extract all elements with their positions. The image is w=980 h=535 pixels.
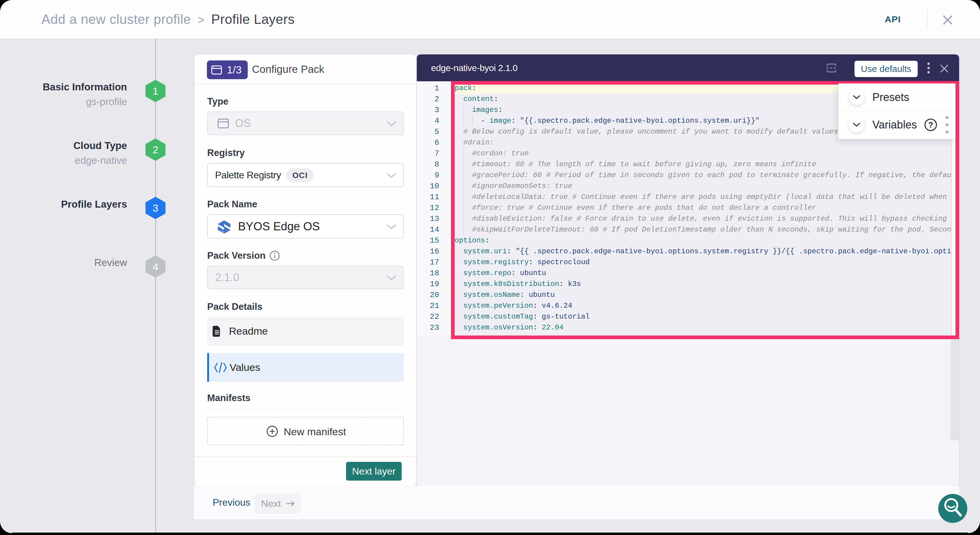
svg-text:?: ? [928,120,933,129]
